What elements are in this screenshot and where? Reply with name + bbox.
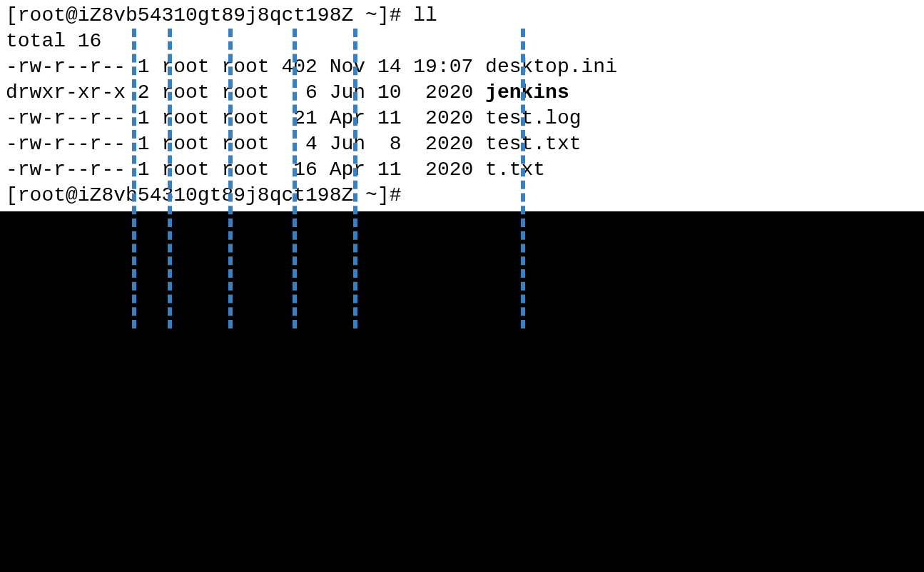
total-line: total 16	[6, 29, 918, 54]
file-row: -rw-r--r-- 1 root root 16 Apr 11 2020 t.…	[6, 157, 918, 183]
terminal-output: [root@iZ8vb54310gt89j8qct198Z ~]# ll tot…	[0, 0, 924, 211]
file-row: -rw-r--r-- 1 root root 402 Nov 14 19:07 …	[6, 54, 918, 80]
file-row: drwxr-xr-x 2 root root 6 Jun 10 2020 jen…	[6, 80, 918, 106]
prompt-line-2[interactable]: [root@iZ8vb54310gt89j8qct198Z ~]#	[6, 183, 918, 209]
file-row: -rw-r--r-- 1 root root 4 Jun 8 2020 test…	[6, 131, 918, 157]
file-row: -rw-r--r-- 1 root root 21 Apr 11 2020 te…	[6, 106, 918, 131]
prompt-line-1[interactable]: [root@iZ8vb54310gt89j8qct198Z ~]# ll	[6, 3, 918, 29]
